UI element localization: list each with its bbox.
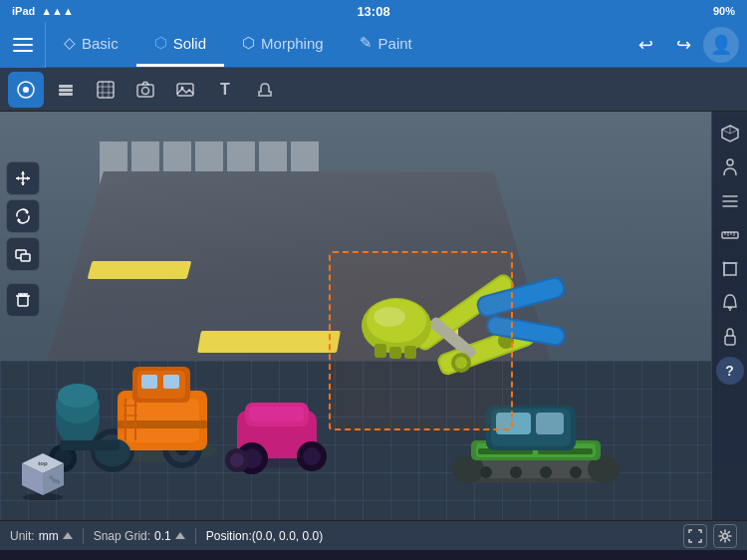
rotate-icon: [14, 207, 32, 225]
tab-morphing-label: Morphing: [261, 35, 324, 52]
hamburger-line: [13, 38, 33, 40]
snap-value: 0.1: [154, 529, 171, 543]
svg-point-36: [58, 384, 98, 408]
3d-viewport[interactable]: ? top Right: [0, 112, 747, 520]
texture-icon: [96, 80, 116, 100]
svg-rect-3: [59, 89, 73, 92]
delete-button[interactable]: [6, 283, 40, 317]
unit-triangle[interactable]: [63, 532, 73, 539]
svg-rect-80: [374, 344, 386, 358]
tool-camera[interactable]: [127, 72, 163, 108]
svg-rect-107: [722, 232, 738, 238]
orientation-cube-svg: top Right: [16, 445, 71, 500]
tab-paint-icon: ✎: [360, 34, 373, 52]
svg-rect-82: [404, 346, 416, 359]
svg-marker-86: [21, 171, 25, 174]
svg-point-124: [723, 533, 728, 538]
svg-point-83: [374, 307, 405, 327]
tab-solid-label: Solid: [173, 35, 206, 52]
svg-rect-65: [536, 413, 564, 434]
status-left: iPad ▲▲▲: [12, 5, 74, 17]
unit-value: mm: [39, 529, 59, 543]
separator-2: [195, 528, 196, 544]
help-button[interactable]: ?: [716, 357, 744, 385]
undo-button[interactable]: ↩: [627, 27, 663, 63]
ruler-icon: [720, 225, 740, 245]
cube-view-button[interactable]: [716, 120, 744, 147]
layers-button[interactable]: [716, 187, 744, 215]
select-icon: [16, 80, 36, 100]
tab-solid[interactable]: ⬡ Solid: [136, 22, 224, 67]
svg-rect-94: [18, 296, 28, 306]
status-battery: 90%: [713, 5, 735, 17]
svg-rect-25: [141, 375, 157, 389]
svg-point-56: [540, 466, 552, 478]
hamburger-line: [13, 44, 33, 46]
position-value: Position:(0.0, 0.0, 0.0): [206, 529, 323, 543]
bell-icon: [720, 293, 740, 313]
tool-select[interactable]: [8, 72, 44, 108]
tab-morphing[interactable]: ⬡ Morphing: [224, 22, 342, 67]
snap-item: Snap Grid: 0.1: [94, 529, 185, 543]
tool-text[interactable]: T: [207, 72, 243, 108]
redo-button[interactable]: ↪: [665, 27, 701, 63]
svg-text:top: top: [38, 460, 48, 466]
nav-tabs: ◇ Basic ⬡ Solid ⬡ Morphing ✎ Paint: [46, 22, 627, 67]
svg-rect-27: [118, 420, 207, 428]
profile-button[interactable]: 👤: [703, 27, 739, 63]
crop-icon: [720, 259, 740, 279]
rotate-button[interactable]: [6, 199, 40, 233]
crop-button[interactable]: [716, 255, 744, 283]
left-toolbar: [6, 161, 40, 317]
layers-side-icon: [720, 191, 740, 211]
tool-image[interactable]: [167, 72, 203, 108]
ruler-button[interactable]: [716, 221, 744, 249]
delete-icon: [15, 292, 31, 308]
resize-button[interactable]: [6, 237, 40, 271]
fullscreen-button[interactable]: [683, 524, 707, 548]
camera-icon: [135, 80, 155, 100]
lock-icon: [720, 327, 740, 347]
svg-point-72: [455, 357, 467, 369]
svg-rect-117: [725, 336, 735, 345]
tab-basic[interactable]: ◇ Basic: [46, 22, 136, 67]
settings-button[interactable]: [713, 524, 737, 548]
tool-texture[interactable]: [88, 72, 124, 108]
move-view-icon: [14, 169, 32, 187]
svg-rect-26: [163, 375, 179, 389]
bell-button[interactable]: [716, 289, 744, 317]
separator-1: [83, 528, 84, 544]
tab-solid-icon: ⬡: [154, 34, 167, 52]
secondary-toolbar: T: [0, 68, 747, 112]
svg-point-55: [510, 466, 522, 478]
svg-rect-2: [59, 85, 73, 88]
tool-layers[interactable]: [48, 72, 84, 108]
svg-marker-88: [16, 176, 19, 180]
stamp-icon: [255, 80, 275, 100]
svg-point-54: [480, 466, 492, 478]
person-icon: [720, 157, 740, 177]
lock-button[interactable]: [716, 323, 744, 351]
image-icon: [175, 80, 195, 100]
svg-marker-87: [21, 182, 25, 185]
menu-button[interactable]: [0, 22, 46, 68]
orientation-cube[interactable]: top Right: [16, 445, 71, 500]
tab-paint-label: Paint: [378, 35, 412, 52]
bottom-right: [683, 524, 737, 548]
tab-paint[interactable]: ✎ Paint: [342, 22, 430, 67]
layers-icon: [56, 80, 76, 100]
position-item: Position:(0.0, 0.0, 0.0): [206, 529, 323, 543]
top-toolbar: ◇ Basic ⬡ Solid ⬡ Morphing ✎ Paint ↩ ↪ 👤: [0, 22, 747, 68]
svg-point-47: [303, 447, 321, 465]
tool-stamp[interactable]: [247, 72, 283, 108]
unit-label: Unit:: [10, 529, 35, 543]
carrier-label: iPad: [12, 5, 35, 17]
snap-triangle[interactable]: [175, 532, 185, 539]
toolbar-right: ↩ ↪ 👤: [627, 27, 739, 63]
scene-svg: [0, 112, 747, 520]
person-view-button[interactable]: [716, 153, 744, 181]
bottom-bar: Unit: mm Snap Grid: 0.1 Position:(0.0, 0…: [0, 520, 747, 550]
move-view-button[interactable]: [6, 161, 40, 195]
fullscreen-icon: [688, 529, 702, 543]
svg-rect-81: [389, 347, 401, 359]
